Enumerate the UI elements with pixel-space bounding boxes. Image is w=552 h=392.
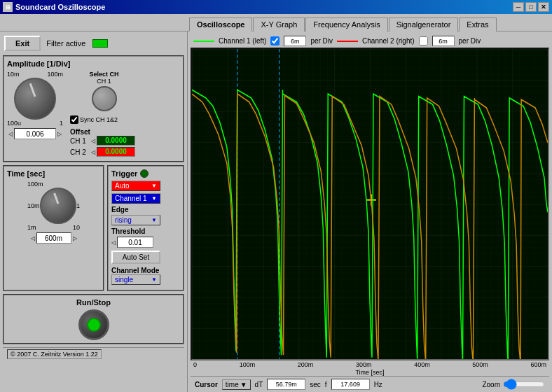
right-panel: Channel 1 (left) per Div Channel 2 (righ…	[188, 31, 552, 392]
channel-mode-area: Channel Mode single ▼	[111, 267, 180, 285]
axis-100m: 100m	[240, 361, 256, 368]
ch2-label: Channel 2 (right)	[362, 37, 414, 45]
axis-0: 0	[193, 361, 197, 368]
cursor-time-label: time	[226, 381, 239, 388]
run-stop-panel: Run/Stop	[3, 294, 184, 344]
zoom-slider[interactable]	[503, 379, 545, 390]
tab-xy-graph[interactable]: X-Y Graph	[253, 18, 305, 31]
ch-select-knob[interactable]	[92, 86, 117, 111]
amplitude-input[interactable]	[14, 128, 56, 139]
tab-oscilloscope[interactable]: Oscilloscope	[189, 18, 252, 31]
amplitude-knob[interactable]	[14, 78, 56, 120]
ch2-per-div-input[interactable]	[432, 36, 455, 46]
channel-mode-dropdown[interactable]: single ▼	[111, 274, 160, 285]
window-controls: ─ □ ✕	[513, 2, 549, 12]
ch2-line-indicator	[337, 41, 358, 42]
time-right-arrow[interactable]: ▷	[73, 235, 77, 241]
time-knob[interactable]	[40, 188, 76, 224]
trigger-channel-dropdown[interactable]: Channel 1 ▼	[111, 193, 160, 204]
time-knob-area: 100m 10m 1 1m 10	[7, 181, 100, 244]
trigger-mode-arrow: ▼	[151, 183, 157, 189]
axis-300m: 300m	[356, 361, 372, 368]
close-button[interactable]: ✕	[538, 2, 549, 12]
threshold-row: ◁	[111, 237, 180, 248]
amplitude-row: 10m 100m 100u 1 ◁ ▷	[7, 71, 180, 158]
sync-checkbox[interactable]	[70, 115, 78, 124]
run-stop-button[interactable]	[78, 309, 109, 340]
tab-extras[interactable]: Extras	[459, 18, 496, 31]
axis-200m: 200m	[298, 361, 314, 368]
title-bar: ⊞ Soundcard Oszilloscope ─ □ ✕	[0, 0, 552, 14]
edge-label: rising	[115, 216, 132, 224]
app-icon: ⊞	[3, 2, 13, 12]
time-mid-right: 1	[76, 202, 80, 209]
ch1-label: Channel 1 (left)	[219, 37, 266, 45]
threshold-title: Threshold	[111, 227, 180, 235]
channel-mode-label: single	[115, 276, 133, 284]
ch1-offset-left[interactable]: ◁	[91, 138, 95, 144]
threshold-left-arrow[interactable]: ◁	[111, 239, 116, 246]
tab-bar: Oscilloscope X-Y Graph Frequency Analysi…	[0, 14, 552, 31]
ch1-label: CH 1	[97, 78, 111, 85]
tab-signal-generator[interactable]: Signalgenerator	[389, 18, 459, 31]
trigger-channel-arrow: ▼	[151, 195, 157, 202]
zoom-area: Zoom	[482, 379, 545, 390]
time-bot-right: 10	[73, 224, 80, 231]
amplitude-knob-area: 10m 100m 100u 1 ◁ ▷	[7, 71, 63, 139]
channel-mode-title: Channel Mode	[111, 267, 180, 274]
amplitude-panel: Amplitude [1/Div] 10m 100m 100u 1	[3, 55, 184, 162]
tab-frequency-analysis[interactable]: Frequency Analysis	[305, 18, 387, 31]
amp-bot-right: 1	[60, 120, 63, 127]
status-text: © 2007 C. Zeitnitz Version 1.22	[7, 349, 102, 359]
axis-title: Time [sec]	[191, 369, 549, 376]
ch2-offset-row: CH 2 ◁ 0.0000	[70, 147, 135, 157]
channel-mode-arrow: ▼	[151, 276, 157, 283]
edge-dropdown[interactable]: rising ▼	[111, 215, 160, 225]
amp-top-left: 10m	[7, 71, 20, 78]
ch1-per-div-label: per Div	[310, 37, 333, 45]
trigger-title: Trigger	[111, 169, 137, 178]
time-left-arrow[interactable]: ◁	[31, 235, 35, 241]
exit-button[interactable]: Exit	[4, 36, 41, 51]
run-indicator	[87, 318, 101, 332]
select-ch-label: Select CH	[89, 71, 118, 78]
time-top-left: 100m	[27, 181, 43, 188]
offset-title: Offset	[70, 128, 135, 136]
axis-labels: 0 100m 200m 300m 400m 500m 600m	[191, 360, 549, 369]
cursor-type-dropdown[interactable]: time ▼	[222, 379, 251, 390]
maximize-button[interactable]: □	[525, 2, 537, 12]
scope-svg	[192, 49, 548, 359]
trigger-panel: Trigger Auto ▼ Channel 1 ▼ Edge rising	[107, 165, 184, 291]
ch2-checkbox[interactable]	[419, 36, 428, 46]
time-bot-left: 1m	[27, 224, 36, 231]
amp-top-right: 100m	[47, 71, 63, 78]
time-title: Time [sec]	[7, 169, 100, 178]
ch2-offset-input[interactable]: 0.0000	[97, 147, 135, 157]
trigger-mode-dropdown[interactable]: Auto ▼	[111, 181, 160, 191]
trigger-mode-label: Auto	[115, 182, 130, 190]
sync-row: Sync CH 1&2	[70, 115, 135, 124]
minimize-button[interactable]: ─	[513, 2, 524, 12]
auto-set-button[interactable]: Auto Set	[111, 251, 160, 264]
left-panel: Exit Filter active Amplitude [1/Div] 10m…	[0, 31, 188, 392]
time-panel: Time [sec] 100m 10m 1	[3, 165, 104, 291]
f-value[interactable]	[331, 379, 370, 390]
scope-display[interactable]	[191, 48, 549, 360]
edge-arrow: ▼	[151, 217, 157, 223]
ch2-offset-label: CH 2	[70, 148, 90, 156]
select-ch-area: Select CH CH 1	[73, 71, 135, 113]
ch1-per-div-input[interactable]	[284, 36, 306, 46]
threshold-input[interactable]	[117, 237, 153, 248]
time-mid-left: 10m	[27, 202, 40, 209]
axis-500m: 500m	[472, 361, 488, 368]
dt-value[interactable]	[267, 379, 305, 390]
ch1-offset-label: CH 1	[70, 137, 90, 145]
ch1-offset-input[interactable]: 0.0000	[97, 136, 135, 146]
time-input[interactable]	[36, 232, 71, 244]
amplitude-title: Amplitude [1/Div]	[7, 59, 180, 68]
knob-indicator	[29, 83, 36, 97]
app-title: Soundcard Oszilloscope	[15, 3, 105, 11]
zoom-label: Zoom	[482, 381, 500, 388]
ch2-offset-left[interactable]: ◁	[91, 149, 95, 155]
ch1-checkbox[interactable]	[270, 36, 280, 46]
